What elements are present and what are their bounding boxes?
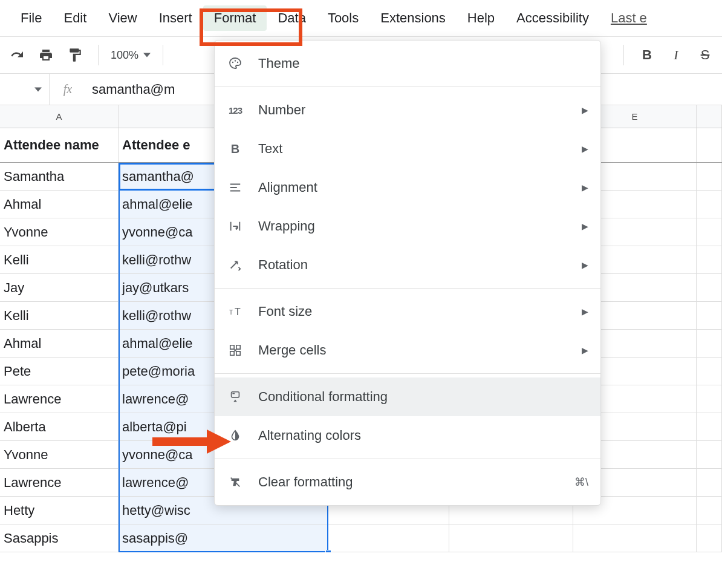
table-row: Sasappissasappis@: [0, 524, 722, 552]
cell[interactable]: Hetty: [0, 497, 119, 524]
menu-number[interactable]: 123 Number ▶: [215, 91, 600, 129]
cell[interactable]: [573, 524, 697, 552]
cell[interactable]: [328, 524, 449, 552]
menu-clear-shortcut: ⌘\: [574, 475, 588, 489]
cell[interactable]: [697, 413, 722, 440]
menu-clear-label: Clear formatting: [258, 474, 560, 490]
cell[interactable]: Sasappis: [0, 524, 119, 552]
menu-wrapping-label: Wrapping: [258, 218, 567, 234]
cell[interactable]: [697, 330, 722, 357]
cell[interactable]: Lawrence: [0, 469, 119, 496]
svg-point-1: [235, 60, 236, 61]
col-header-a[interactable]: A: [0, 105, 119, 128]
menu-alternating-label: Alternating colors: [258, 428, 588, 443]
cell[interactable]: Samantha: [0, 163, 119, 190]
menu-alternating-colors[interactable]: Alternating colors: [215, 416, 600, 455]
menu-data[interactable]: Data: [267, 5, 316, 31]
cell[interactable]: [697, 191, 722, 218]
col-header-f[interactable]: [697, 105, 722, 128]
chevron-down-icon: [143, 51, 151, 59]
menu-tools[interactable]: Tools: [317, 5, 369, 31]
zoom-select[interactable]: 100%: [111, 49, 151, 62]
cell[interactable]: [697, 274, 722, 301]
chevron-right-icon: ▶: [582, 183, 588, 192]
menu-text[interactable]: B Text ▶: [215, 129, 600, 168]
cell[interactable]: [697, 163, 722, 190]
menu-conditional-label: Conditional formatting: [258, 389, 588, 405]
menu-number-label: Number: [258, 102, 567, 118]
cell[interactable]: [697, 358, 722, 385]
italic-button[interactable]: I: [665, 44, 687, 66]
menu-help[interactable]: Help: [457, 5, 506, 31]
cell[interactable]: [697, 469, 722, 496]
menu-theme[interactable]: Theme: [215, 44, 600, 83]
menubar: File Edit View Insert Format Data Tools …: [0, 0, 722, 36]
chevron-right-icon: ▶: [582, 221, 588, 231]
chevron-right-icon: ▶: [582, 260, 588, 270]
menu-insert[interactable]: Insert: [148, 5, 203, 31]
strikethrough-button[interactable]: S: [694, 44, 716, 66]
cell[interactable]: Jay: [0, 274, 119, 301]
format-menu-dropdown: Theme 123 Number ▶ B Text ▶ Alignment ▶ …: [214, 40, 601, 506]
cell[interactable]: [697, 385, 722, 413]
menu-divider: [215, 288, 600, 289]
menu-conditional-formatting[interactable]: Conditional formatting: [215, 377, 600, 416]
last-edit-link[interactable]: Last e: [600, 10, 647, 26]
menu-wrapping[interactable]: Wrapping ▶: [215, 207, 600, 246]
menu-file[interactable]: File: [10, 5, 53, 31]
header-cell-attendee-name[interactable]: Attendee name: [0, 128, 119, 162]
cell[interactable]: Ahmal: [0, 191, 119, 218]
chevron-right-icon: ▶: [582, 144, 588, 154]
wrap-icon: [227, 218, 244, 235]
menu-text-label: Text: [258, 141, 567, 157]
cell[interactable]: sasappis@: [119, 524, 328, 552]
cell[interactable]: Pete: [0, 358, 119, 385]
palette-icon: [227, 55, 244, 72]
cell[interactable]: [697, 524, 722, 552]
print-icon[interactable]: [35, 44, 57, 66]
menu-extensions[interactable]: Extensions: [369, 5, 457, 31]
cell[interactable]: Kelli: [0, 302, 119, 329]
chevron-right-icon: ▶: [582, 307, 588, 316]
font-size-icon: TT: [227, 303, 244, 320]
menu-merge-label: Merge cells: [258, 342, 567, 358]
chevron-right-icon: ▶: [582, 105, 588, 115]
menu-font-size[interactable]: TT Font size ▶: [215, 292, 600, 331]
svg-text:T: T: [235, 307, 241, 317]
cell[interactable]: [697, 218, 722, 246]
redo-icon[interactable]: [6, 44, 28, 66]
menu-merge-cells[interactable]: Merge cells ▶: [215, 331, 600, 370]
formula-input[interactable]: samantha@m: [86, 82, 175, 97]
fx-label: fx: [50, 82, 86, 96]
name-box[interactable]: [0, 74, 50, 105]
cell[interactable]: Yvonne: [0, 218, 119, 246]
cell[interactable]: Alberta: [0, 413, 119, 440]
menu-divider: [215, 87, 600, 87]
cell[interactable]: Kelli: [0, 246, 119, 273]
cell[interactable]: Lawrence: [0, 385, 119, 413]
menu-alignment-label: Alignment: [258, 180, 567, 195]
svg-point-2: [237, 62, 238, 63]
cell[interactable]: [449, 524, 573, 552]
number-icon: 123: [227, 102, 244, 119]
merge-icon: [227, 342, 244, 359]
paint-format-icon[interactable]: [64, 44, 86, 66]
menu-theme-label: Theme: [258, 56, 588, 71]
menu-view[interactable]: View: [97, 5, 148, 31]
cell[interactable]: [697, 441, 722, 468]
menu-clear-formatting[interactable]: Clear formatting ⌘\: [215, 463, 600, 501]
menu-accessibility[interactable]: Accessibility: [506, 5, 600, 31]
cell[interactable]: [697, 497, 722, 524]
menu-rotation[interactable]: Rotation ▶: [215, 246, 600, 284]
menu-alignment[interactable]: Alignment ▶: [215, 168, 600, 207]
cell[interactable]: [697, 302, 722, 329]
svg-point-0: [232, 62, 233, 63]
bold-button[interactable]: B: [636, 44, 658, 66]
menu-edit[interactable]: Edit: [53, 5, 97, 31]
menu-format[interactable]: Format: [203, 5, 267, 31]
menu-divider: [215, 373, 600, 374]
cell[interactable]: Yvonne: [0, 441, 119, 468]
cell[interactable]: Ahmal: [0, 330, 119, 357]
rotation-icon: [227, 256, 244, 273]
cell[interactable]: [697, 246, 722, 273]
